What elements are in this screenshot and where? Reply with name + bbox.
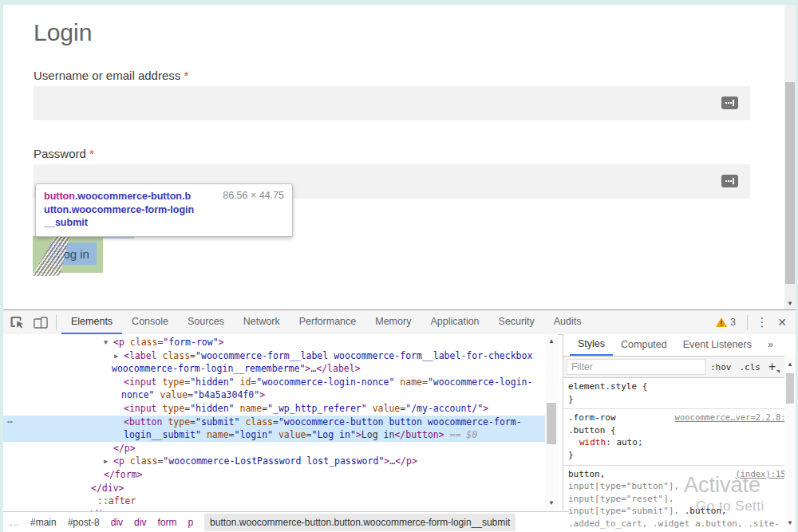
- styles-sidebar: StylesComputedEvent Listeners» :hov .cls…: [563, 334, 796, 532]
- tab-performance[interactable]: Performance: [290, 310, 366, 333]
- dom-tree-line[interactable]: ▶<label class="woocommerce-form__label w…: [3, 349, 545, 363]
- page-scrollbar[interactable]: ▼: [784, 5, 796, 309]
- dom-tree-line[interactable]: </div>: [3, 482, 545, 495]
- css-rule-line[interactable]: width: auto;: [568, 436, 791, 449]
- devtools-tabs: ElementsConsoleSourcesNetworkPerformance…: [61, 310, 591, 334]
- css-rule-line[interactable]: input[type="button"],: [568, 480, 791, 493]
- stylesheet-link[interactable]: (index):155: [735, 468, 791, 481]
- tab-memory[interactable]: Memory: [365, 310, 421, 333]
- dom-tree-line[interactable]: ⋯<button type="submit" class="woocommerc…: [3, 416, 545, 429]
- page-scrollbar-thumb[interactable]: [785, 82, 795, 284]
- tab-audits[interactable]: Audits: [544, 310, 591, 333]
- scroll-down-icon[interactable]: ▼: [545, 498, 558, 509]
- scroll-up-icon[interactable]: ▲: [784, 359, 796, 370]
- dom-tree-line[interactable]: <input type="hidden" id="woocommerce-log…: [3, 376, 545, 389]
- sidebar-tab-computed[interactable]: Computed: [613, 335, 675, 355]
- browser-window: Login Username or email address * Passwo…: [3, 5, 796, 532]
- css-rule-line[interactable]: .button {: [568, 424, 791, 437]
- elements-scrollbar[interactable]: ▲ ▼: [545, 334, 558, 512]
- page-viewport: Login Username or email address * Passwo…: [3, 5, 796, 309]
- scroll-up-icon[interactable]: ▲: [545, 336, 558, 347]
- form-filler-icon[interactable]: [721, 175, 738, 187]
- warning-count: 3: [730, 317, 736, 328]
- inspect-tooltip-selector: button.woocommerce-button.b utton.woocom…: [44, 190, 213, 230]
- devtools-panel: ElementsConsoleSourcesNetworkPerformance…: [3, 309, 796, 532]
- css-rule-line[interactable]: (index):155button,: [568, 468, 791, 481]
- required-asterisk: *: [89, 147, 94, 160]
- username-label: Username or email address *: [34, 69, 188, 82]
- scroll-down-icon[interactable]: ▼: [784, 298, 796, 309]
- scroll-down-icon[interactable]: ▼: [784, 518, 796, 529]
- tooltip-dimensions: 86.56 × 44.75: [223, 190, 284, 230]
- tooltip-class: .woocommerce-button.b: [75, 191, 191, 202]
- tooltip-class: utton.woocommerce-form-login: [44, 203, 213, 217]
- dom-tree-line[interactable]: login__submit" name="login" value="Log i…: [3, 428, 545, 442]
- breadcrumb-item[interactable]: #main: [30, 517, 57, 528]
- toolbar-separator: [747, 315, 748, 329]
- inspect-tooltip: button.woocommerce-button.b utton.woocom…: [35, 183, 293, 237]
- row-menu-icon[interactable]: ⋯: [7, 416, 14, 429]
- breadcrumb-item[interactable]: div: [134, 517, 146, 528]
- new-style-rule-button[interactable]: +: [768, 360, 780, 374]
- breadcrumb-item[interactable]: #post-8: [68, 517, 100, 528]
- styles-scrollbar[interactable]: ▲ ▼: [784, 356, 796, 532]
- dom-tree-line[interactable]: woocommerce-form-login__rememberme">…</l…: [3, 362, 545, 376]
- css-rule-line[interactable]: woocommerce…ver=2.2.8:1.form-row: [568, 412, 791, 424]
- dom-tree-line[interactable]: </p>: [3, 442, 545, 455]
- devtools-toolbar: ElementsConsoleSourcesNetworkPerformance…: [3, 310, 796, 335]
- tab-sources[interactable]: Sources: [178, 310, 234, 333]
- styles-scrollbar-thumb[interactable]: [786, 373, 794, 404]
- dom-tree-line[interactable]: nonce" value="b4a5a304f0">: [3, 388, 545, 402]
- sidebar-tabs: StylesComputedEvent Listeners»: [563, 334, 796, 357]
- dom-tree-line[interactable]: </form>: [3, 468, 545, 482]
- tooltip-class: __submit: [44, 216, 213, 230]
- tab-security[interactable]: Security: [489, 310, 544, 333]
- css-rule-line[interactable]: }: [568, 449, 791, 462]
- tab-network[interactable]: Network: [234, 310, 290, 333]
- css-rule-line[interactable]: input[type="reset"],: [568, 493, 791, 506]
- form-filler-icon[interactable]: [721, 97, 738, 109]
- breadcrumb-item[interactable]: …: [10, 517, 19, 528]
- breadcrumb-bar: …#main#post-8divdivformpbutton.woocommer…: [3, 511, 569, 532]
- dom-tree: ▼<p class="form-row">▶<label class="wooc…: [3, 334, 545, 512]
- sidebar-tab--[interactable]: »: [760, 335, 781, 355]
- tooltip-tag: button: [44, 191, 75, 202]
- username-input[interactable]: [34, 86, 750, 120]
- password-label-text: Password: [34, 147, 86, 160]
- device-toolbar-icon[interactable]: [30, 312, 51, 333]
- dom-tree-line[interactable]: ▶<p class="woocommerce-LostPassword lost…: [3, 455, 545, 468]
- css-rule-line[interactable]: input[type="submit"], .button,: [568, 505, 791, 518]
- sidebar-tab-event-listeners[interactable]: Event Listeners: [675, 335, 760, 355]
- dom-tree-line[interactable]: ▼<p class="form-row">: [3, 336, 545, 349]
- page-title: Login: [34, 19, 92, 46]
- username-label-text: Username or email address: [34, 69, 180, 82]
- elements-scrollbar-thumb[interactable]: [547, 403, 556, 444]
- pseudo-state-toggle[interactable]: :hov: [710, 362, 732, 372]
- css-rule-line[interactable]: }: [568, 393, 791, 406]
- sidebar-tab-styles[interactable]: Styles: [570, 334, 613, 356]
- required-asterisk: *: [184, 69, 188, 82]
- close-devtools-icon[interactable]: ✕: [772, 316, 792, 329]
- tab-elements[interactable]: Elements: [61, 310, 122, 334]
- css-rule-line[interactable]: element.style {: [568, 380, 791, 393]
- password-label: Password *: [34, 147, 94, 160]
- tab-application[interactable]: Application: [421, 310, 488, 333]
- breadcrumb-item[interactable]: button.woocommerce-button.button.woocomm…: [204, 514, 516, 531]
- screen: Login Username or email address * Passwo…: [0, 0, 798, 532]
- warning-icon: [716, 317, 727, 327]
- inspect-element-icon[interactable]: [6, 312, 27, 333]
- css-rules: element.style {}woocommerce…ver=2.2.8:1.…: [563, 378, 796, 532]
- class-toggle[interactable]: .cls: [739, 362, 760, 372]
- breadcrumb-item[interactable]: div: [111, 517, 123, 528]
- css-rule-line[interactable]: .added_to_cart, .widget a.button, .site-: [568, 518, 791, 530]
- tab-console[interactable]: Console: [122, 310, 178, 333]
- dom-tree-line[interactable]: ::after: [3, 495, 545, 508]
- more-options-icon[interactable]: ⋮: [753, 315, 772, 329]
- stylesheet-link[interactable]: woocommerce…ver=2.2.8:1: [675, 412, 791, 424]
- warning-badge[interactable]: 3: [716, 317, 736, 328]
- breadcrumb-item[interactable]: form: [157, 517, 176, 528]
- styles-filter-input[interactable]: [567, 359, 705, 375]
- toolbar-separator: [56, 315, 57, 329]
- breadcrumb-item[interactable]: p: [188, 517, 193, 528]
- dom-tree-line[interactable]: <input type="hidden" name="_wp_http_refe…: [3, 402, 545, 416]
